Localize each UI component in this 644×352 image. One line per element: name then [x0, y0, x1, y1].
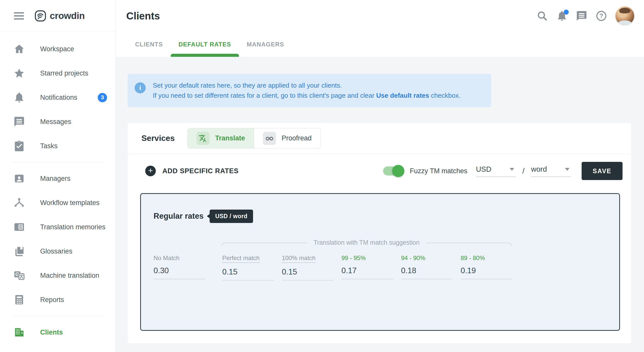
toolbar-right: Fuzzy TM matches USD / word SAVE: [383, 162, 623, 180]
menu-icon[interactable]: [14, 12, 24, 19]
rates-toolbar: + ADD SPECIFIC RATES Fuzzy TM matches US…: [128, 154, 631, 186]
sidebar-item-clients[interactable]: Clients: [0, 320, 115, 344]
building-icon: [13, 326, 25, 338]
bracket-left-arm: [222, 243, 307, 246]
info-banner-text: Set your default rates here, so they are…: [153, 80, 461, 101]
service-switcher: TranslateProofread: [187, 128, 321, 148]
unit-select[interactable]: word: [531, 165, 571, 177]
fuzzy-tm-label: Fuzzy TM matches: [410, 167, 467, 175]
tab-default-rates[interactable]: DEFAULT RATES: [171, 32, 239, 57]
sidebar-item-label: Machine translation: [40, 272, 99, 280]
sidebar-item-messages[interactable]: Messages: [0, 110, 115, 134]
main: Clients ? CLIENTSDEFAULT RATESMANAGERS i…: [116, 0, 644, 352]
svg-text:?: ?: [600, 12, 603, 19]
machine-translation-icon: G: [13, 270, 25, 281]
translate-icon: [196, 132, 210, 145]
content: i Set your default rates here, so they a…: [116, 57, 644, 352]
tm-match-group-bracket: Translation with TM match suggestion: [222, 239, 511, 246]
banner-line2-bold: Use default rates: [376, 92, 429, 99]
notifications-bell-icon[interactable]: [556, 10, 568, 22]
services-title: Services: [141, 134, 175, 143]
services-row: Services TranslateProofread: [128, 123, 631, 154]
rate-value-input[interactable]: 0.15: [222, 267, 274, 281]
sidebar-item-reports[interactable]: Reports: [0, 288, 115, 312]
sidebar-item-label: Managers: [40, 175, 70, 183]
banner-line2-suffix: checkbox.: [429, 92, 460, 99]
rate-value-input[interactable]: 0.17: [341, 266, 393, 279]
help-icon[interactable]: ?: [596, 10, 607, 22]
tab-clients[interactable]: CLIENTS: [127, 32, 171, 57]
rate-value-input[interactable]: 0.18: [401, 266, 453, 279]
reports-icon: [13, 294, 25, 306]
service-option-translate[interactable]: Translate: [188, 128, 254, 148]
sidebar-item-label: Notifications: [40, 94, 77, 102]
info-icon: i: [135, 82, 146, 93]
header: Clients ?: [116, 0, 644, 32]
sidebar-item-label: Tasks: [40, 142, 58, 150]
add-specific-rates-button[interactable]: + ADD SPECIFIC RATES: [145, 166, 239, 176]
sidebar-item-label: Translation memories: [40, 223, 106, 231]
chevron-down-icon: [510, 168, 514, 171]
notifications-count-badge: 3: [98, 93, 107, 102]
default-rates-card: Services TranslateProofread + ADD SPECIF…: [128, 123, 631, 343]
sidebar-nav: WorkspaceStarred projectsNotifications3M…: [0, 32, 115, 352]
sidebar-item-managers[interactable]: Managers: [0, 166, 115, 191]
rate-column-89-80: 89 - 80%0.19: [461, 255, 512, 281]
sidebar-header: crowdin: [0, 0, 115, 32]
info-banner: i Set your default rates here, so they a…: [128, 74, 491, 107]
bracket-right-arm: [426, 243, 511, 246]
crowdin-wordmark: crowdin: [50, 11, 85, 21]
rate-label: 94 - 90%: [401, 255, 425, 262]
service-option-proofread[interactable]: Proofread: [254, 128, 320, 148]
banner-line2-prefix: If you need to set different rates for a…: [153, 92, 376, 99]
glasses-icon: [263, 132, 276, 145]
rate-value-input[interactable]: 0.30: [154, 266, 205, 279]
rate-column-99-95: 99 - 95%0.17: [341, 255, 393, 281]
regular-rates-title: Regular rates: [154, 212, 204, 221]
sidebar-item-machine-translation[interactable]: GMachine translation: [0, 263, 115, 288]
service-option-label: Proofread: [282, 134, 312, 142]
rate-value-input[interactable]: 0.19: [461, 266, 512, 279]
sidebar-item-notifications[interactable]: Notifications3: [0, 85, 115, 110]
sidebar-item-label: Workflow templates: [40, 199, 100, 207]
avatar[interactable]: [615, 6, 634, 26]
messages-icon[interactable]: [576, 10, 587, 22]
sidebar-item-starred-projects[interactable]: Starred projects: [0, 61, 115, 85]
rate-value-input[interactable]: 0.15: [282, 267, 334, 281]
bell-icon: [13, 92, 25, 103]
rate-label: 100% match: [282, 255, 315, 263]
sidebar-item-label: Messages: [40, 118, 71, 126]
sidebar-item-tasks[interactable]: Tasks: [0, 134, 115, 158]
rate-column-94-90: 94 - 90%0.18: [401, 255, 453, 281]
sidebar-item-label: Starred projects: [40, 69, 88, 77]
regular-rates-header: Regular rates USD / word: [154, 210, 619, 223]
sidebar-item-workspace[interactable]: Workspace: [0, 37, 115, 61]
sidebar-item-workflow-templates[interactable]: Workflow templates: [0, 191, 115, 215]
rate-label: 89 - 80%: [461, 255, 485, 262]
tab-managers[interactable]: MANAGERS: [239, 32, 292, 57]
person-card-icon: [13, 173, 25, 184]
currency-select[interactable]: USD: [476, 165, 516, 177]
rate-column-100-match: 100% match0.15: [282, 255, 334, 281]
save-button[interactable]: SAVE: [582, 162, 623, 180]
currency-value: USD: [476, 165, 491, 173]
translation-memory-icon: [13, 221, 25, 233]
crowdin-logo[interactable]: crowdin: [35, 10, 85, 22]
tm-match-group-label: Translation with TM match suggestion: [307, 239, 426, 246]
unit-value: word: [531, 165, 547, 173]
page-title: Clients: [126, 10, 160, 22]
rate-column-no-match: No Match0.30: [154, 255, 205, 281]
header-icons: ?: [536, 6, 634, 26]
sidebar: crowdin WorkspaceStarred projectsNotific…: [0, 0, 116, 352]
sidebar-item-translation-memories[interactable]: Translation memories: [0, 215, 115, 239]
sidebar-item-label: Glossaries: [40, 247, 72, 255]
sidebar-divider: [12, 316, 103, 316]
tasks-icon: [13, 140, 25, 152]
rate-columns: No Match0.30Perfect match0.15100% match0…: [154, 255, 520, 281]
search-icon[interactable]: [536, 10, 548, 22]
regular-rates-panel: Regular rates USD / word Translation wit…: [140, 193, 620, 331]
glossaries-icon: [13, 245, 25, 257]
chat-icon: [13, 116, 25, 128]
sidebar-item-glossaries[interactable]: Glossaries: [0, 239, 115, 263]
fuzzy-tm-toggle[interactable]: [383, 166, 403, 175]
